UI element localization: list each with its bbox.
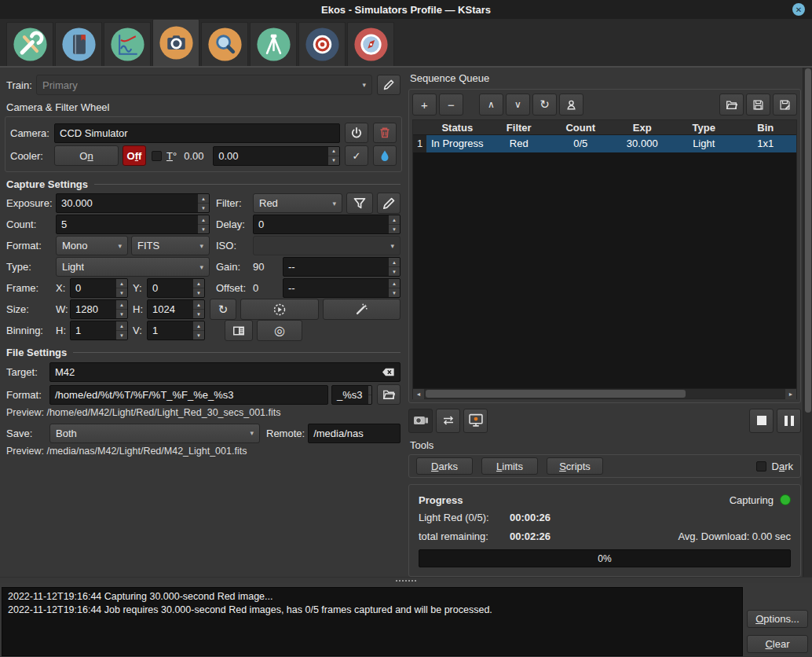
spinner-buttons[interactable]: ▲▼ <box>197 215 209 233</box>
spin-up-icon[interactable]: ▲ <box>116 279 127 288</box>
capture-format-select[interactable]: Mono▾ <box>56 236 128 255</box>
clear-log-button[interactable]: Clear <box>747 635 808 653</box>
binning-v-spinbox[interactable]: 1▲▼ <box>147 321 205 340</box>
cooler-off-button[interactable]: Off <box>123 145 146 166</box>
calibration-panel-button[interactable] <box>225 320 253 341</box>
spin-up-icon[interactable]: ▲ <box>389 258 400 267</box>
save-sequence-as-button[interactable] <box>773 94 797 116</box>
spinner-buttons[interactable]: ▲▼ <box>115 300 127 318</box>
pause-sequence-button[interactable] <box>777 409 801 433</box>
frame-y-spinbox[interactable]: 0▲▼ <box>147 278 205 298</box>
log-splitter[interactable] <box>0 577 812 583</box>
browse-directory-button[interactable] <box>377 384 401 405</box>
spinner-buttons[interactable]: ▲▼ <box>197 194 209 212</box>
temperature-spinbox[interactable]: 0.00 ▲▼ <box>213 146 340 166</box>
scrollbar-handle[interactable] <box>426 390 686 398</box>
binning-h-spinbox[interactable]: 1▲▼ <box>70 321 128 340</box>
spin-up-icon[interactable]: ▲ <box>389 215 400 225</box>
encoding-select[interactable]: FITS▾ <box>131 236 210 255</box>
set-temperature-button[interactable]: ✓ <box>345 145 368 166</box>
scroll-right-icon[interactable]: ► <box>785 389 796 399</box>
loop-preview-button[interactable]: ◎ <box>257 320 302 341</box>
tab-setup[interactable] <box>6 22 53 66</box>
spinner-buttons[interactable]: ▲▼ <box>327 147 339 165</box>
video-stream-button[interactable] <box>408 409 433 433</box>
spin-down-icon[interactable]: ▼ <box>389 267 400 276</box>
tab-align[interactable] <box>347 22 394 66</box>
spinner-buttons[interactable]: ▲▼ <box>192 279 204 297</box>
spin-up-icon[interactable]: ▲ <box>198 215 209 225</box>
stop-sequence-button[interactable] <box>749 409 774 433</box>
spinner-buttons[interactable]: ▲▼ <box>388 258 400 276</box>
splitter-handle-icon[interactable] <box>396 580 416 582</box>
tab-capture[interactable] <box>152 19 199 66</box>
train-select[interactable]: Primary ▾ <box>36 75 372 95</box>
save-sequence-button[interactable] <box>746 94 770 116</box>
spin-down-icon[interactable]: ▼ <box>328 156 339 165</box>
edit-train-button[interactable] <box>377 75 401 95</box>
size-h-spinbox[interactable]: 1024▲▼ <box>147 299 205 319</box>
magic-wand-button[interactable] <box>323 299 401 320</box>
spinner-buttons[interactable]: ▲▼ <box>192 321 204 340</box>
fits-viewer-button[interactable] <box>463 409 488 433</box>
spin-down-icon[interactable]: ▼ <box>116 288 127 297</box>
spin-down-icon[interactable]: ▼ <box>389 225 400 233</box>
filter-select[interactable]: Red▾ <box>253 193 342 213</box>
spin-down-icon[interactable]: ▼ <box>198 204 209 212</box>
gain-spinbox[interactable]: --▲▼ <box>283 257 401 277</box>
spinner-buttons[interactable]: ▲▼ <box>388 279 400 297</box>
spin-down-icon[interactable]: ▼ <box>193 310 204 318</box>
delay-spinbox[interactable]: 0▲▼ <box>253 215 401 234</box>
spin-up-icon[interactable]: ▲ <box>116 300 127 310</box>
dark-checkbox[interactable] <box>756 461 766 472</box>
spinner-buttons[interactable]: ▲▼ <box>368 386 372 404</box>
spinner-buttons[interactable]: ▲▼ <box>115 321 127 340</box>
reset-queue-button[interactable]: ↻ <box>532 94 557 116</box>
spin-down-icon[interactable]: ▼ <box>193 288 204 297</box>
spin-up-icon[interactable]: ▲ <box>389 279 400 288</box>
spin-up-icon[interactable]: ▲ <box>116 321 127 331</box>
spin-up-icon[interactable]: ▲ <box>193 279 204 288</box>
frame-type-select[interactable]: Light▾ <box>56 257 210 277</box>
options-button[interactable]: Options... <box>747 610 808 628</box>
darks-button[interactable]: Darks <box>416 457 473 475</box>
add-job-button[interactable]: + <box>412 94 437 116</box>
limits-button[interactable]: Limits <box>481 457 538 475</box>
camera-input[interactable]: CCD Simulator <box>54 123 340 143</box>
count-spinbox[interactable]: 5▲▼ <box>56 215 210 234</box>
spin-down-icon[interactable]: ▼ <box>116 310 127 318</box>
scripts-button[interactable]: Scripts <box>547 457 603 475</box>
clear-camera-button[interactable] <box>373 123 397 143</box>
vertical-scrollbar[interactable] <box>803 68 812 577</box>
size-w-spinbox[interactable]: 1280▲▼ <box>70 299 128 319</box>
tab-analyze[interactable] <box>104 22 151 66</box>
open-sequence-button[interactable] <box>719 94 744 116</box>
offset-spinbox[interactable]: --▲▼ <box>283 278 401 298</box>
spin-up-icon[interactable]: ▲ <box>198 194 209 204</box>
clear-text-icon[interactable] <box>382 368 395 376</box>
framing-loop-button[interactable] <box>436 409 460 433</box>
spinner-buttons[interactable]: ▲▼ <box>115 279 127 297</box>
tab-guide[interactable] <box>298 22 346 66</box>
target-input[interactable]: M42 <box>49 362 401 382</box>
save-mode-select[interactable]: Both ▾ <box>49 424 260 443</box>
cooler-control-button[interactable] <box>373 145 397 166</box>
spin-up-icon[interactable]: ▲ <box>328 147 339 156</box>
filter-manager-button[interactable] <box>346 193 373 214</box>
tab-mount[interactable] <box>250 22 297 66</box>
spin-up-icon[interactable]: ▲ <box>193 300 204 310</box>
tab-focus[interactable] <box>201 22 248 66</box>
reset-frame-button[interactable]: ↻ <box>210 299 236 320</box>
tab-scheduler[interactable] <box>55 22 102 66</box>
spin-down-icon[interactable]: ▼ <box>368 395 372 404</box>
capture-preview-button[interactable] <box>240 299 319 320</box>
spin-up-icon[interactable]: ▲ <box>193 321 204 331</box>
exposure-spinbox[interactable]: 30.000▲▼ <box>56 193 210 213</box>
placeholder-format-input[interactable]: /home/ed/%t/%T/%F/%T_%F_%e_%s3 <box>49 385 328 405</box>
spin-down-icon[interactable]: ▼ <box>193 331 204 340</box>
restart-camera-button[interactable] <box>345 123 368 143</box>
observer-button[interactable] <box>559 94 583 116</box>
sequence-row[interactable]: 1 In Progress Red 0/5 30.000 Light 1x1 <box>413 135 796 152</box>
close-icon[interactable]: ✕ <box>792 3 805 16</box>
spin-down-icon[interactable]: ▼ <box>198 225 209 233</box>
